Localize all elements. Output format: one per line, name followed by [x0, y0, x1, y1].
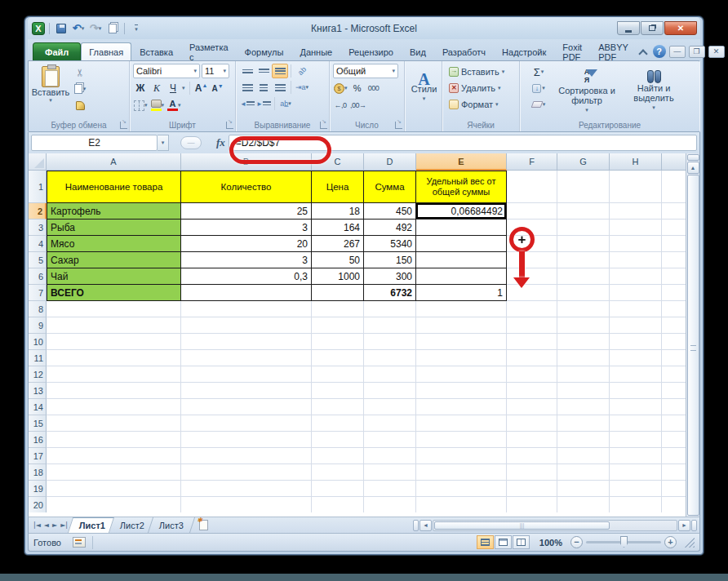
styles-button[interactable]: А Стили ▾ [408, 64, 440, 114]
prev-sheet-icon[interactable]: ◄ [44, 521, 49, 529]
cell-C16[interactable] [312, 432, 364, 448]
cell-B17[interactable] [181, 448, 312, 464]
row-header-12[interactable]: 12 [29, 366, 47, 383]
dialog-launcher-icon[interactable] [395, 122, 402, 129]
cell-A17[interactable] [47, 448, 181, 464]
cell-C18[interactable] [312, 464, 364, 481]
font-color-button[interactable]: А▾ [166, 98, 182, 113]
cell-E20[interactable] [416, 497, 507, 512]
cell-G13[interactable] [557, 383, 610, 399]
cell-H14[interactable] [610, 399, 662, 415]
cell-D3[interactable]: 492 [364, 220, 416, 236]
cell-C13[interactable] [312, 383, 364, 399]
row-header-13[interactable]: 13 [29, 383, 47, 399]
cell-G19[interactable] [557, 481, 610, 497]
cell-E2[interactable]: 0,06684492 [416, 203, 507, 220]
cell-A7[interactable]: ВСЕГО [47, 285, 181, 301]
cell-B20[interactable] [181, 497, 312, 512]
cell-B1[interactable]: Количество [181, 171, 312, 203]
cell-D16[interactable] [364, 432, 416, 448]
cell-B12[interactable] [181, 366, 312, 383]
column-header-E[interactable]: E [416, 153, 507, 171]
insert-cells-button[interactable]: Вставить▾ [449, 64, 517, 80]
scroll-right-icon[interactable]: ► [678, 520, 690, 531]
cell-E1[interactable]: Удельный вес от общей суммы [416, 171, 507, 203]
cell-H19[interactable] [610, 481, 662, 497]
cell-B2[interactable]: 25 [181, 203, 312, 220]
cell-B16[interactable] [181, 432, 312, 448]
cell-G14[interactable] [557, 399, 610, 415]
increase-indent-button[interactable]: ► [255, 96, 272, 111]
cell-C6[interactable]: 1000 [312, 268, 364, 285]
horizontal-split-handle[interactable] [413, 520, 419, 531]
increase-decimal-button[interactable]: ←,0 [333, 98, 348, 113]
orientation-button[interactable]: ab [294, 64, 310, 78]
cell-C9[interactable] [312, 317, 364, 334]
column-header-H[interactable]: H [610, 153, 662, 171]
zoom-out-icon[interactable]: − [570, 536, 583, 548]
cell-A13[interactable] [47, 383, 181, 399]
percent-style-button[interactable]: % [350, 81, 365, 95]
sheet-nav-buttons[interactable]: |◄ ◄ ► ►| [29, 517, 73, 533]
cell-H3[interactable] [610, 220, 662, 236]
cell-G7[interactable] [557, 285, 610, 301]
zoom-level[interactable]: 100% [539, 538, 562, 548]
cell-A18[interactable] [47, 464, 181, 481]
cell-G2[interactable] [557, 203, 610, 220]
insert-sheet-button[interactable] [193, 517, 215, 533]
cell-H16[interactable] [610, 432, 662, 448]
align-center-button[interactable] [255, 80, 272, 95]
cell-A15[interactable] [47, 415, 181, 432]
cell-H8[interactable] [610, 301, 662, 317]
cell-D17[interactable] [364, 448, 416, 464]
cell-F19[interactable] [507, 481, 557, 497]
cell-F12[interactable] [507, 366, 557, 383]
minimize-ribbon-icon[interactable] [637, 46, 650, 57]
cell-H20[interactable] [610, 497, 662, 512]
cell-A9[interactable] [47, 317, 181, 334]
cell-G20[interactable] [557, 497, 610, 512]
cell-A2[interactable]: Картофель [47, 203, 181, 220]
close-button[interactable]: ✕ [664, 21, 697, 35]
vertical-split-handle[interactable] [687, 154, 699, 161]
cell-F2[interactable] [507, 203, 557, 220]
cell-C5[interactable]: 50 [312, 252, 364, 268]
cell-D14[interactable] [364, 399, 416, 415]
next-sheet-icon[interactable]: ► [52, 521, 57, 529]
copy-button[interactable]: ▾ [69, 82, 91, 96]
cell-A5[interactable]: Сахар [47, 252, 181, 268]
cell-H13[interactable] [610, 383, 662, 399]
cell-E3[interactable] [416, 220, 507, 236]
help-icon[interactable]: ? [653, 45, 666, 58]
column-header-G[interactable]: G [557, 153, 610, 171]
cell-F17[interactable] [507, 448, 557, 464]
horizontal-split-handle-2[interactable] [691, 520, 697, 531]
cell-D19[interactable] [364, 481, 416, 497]
cell-B10[interactable] [181, 334, 312, 350]
normal-view-button[interactable] [477, 535, 494, 549]
align-top-button[interactable] [239, 64, 255, 78]
cell-F1[interactable] [507, 171, 557, 203]
cell-D12[interactable] [364, 366, 416, 383]
cell-D11[interactable] [364, 350, 416, 366]
cell-B13[interactable] [181, 383, 312, 399]
cell-F8[interactable] [507, 301, 557, 317]
cell-F20[interactable] [507, 497, 557, 512]
row-header-5[interactable]: 5 [29, 252, 47, 268]
page-break-view-button[interactable] [513, 535, 530, 549]
row-header-11[interactable]: 11 [29, 350, 47, 366]
accounting-format-button[interactable]: $▾ [333, 81, 348, 95]
cell-H6[interactable] [610, 268, 662, 285]
cell-C7[interactable] [312, 285, 364, 301]
zoom-track[interactable] [586, 541, 661, 543]
bold-button[interactable]: Ж [133, 81, 148, 95]
cell-B9[interactable] [181, 317, 312, 334]
resize-grip[interactable] [685, 538, 695, 548]
cell-E14[interactable] [416, 399, 507, 415]
row-header-7[interactable]: 7 [29, 285, 47, 301]
cell-A4[interactable]: Мясо [47, 236, 181, 252]
tab-developer[interactable]: Разработч [434, 42, 494, 60]
cell-G15[interactable] [557, 415, 610, 432]
cell-H2[interactable] [610, 203, 662, 220]
cell-B6[interactable]: 0,3 [181, 268, 312, 285]
